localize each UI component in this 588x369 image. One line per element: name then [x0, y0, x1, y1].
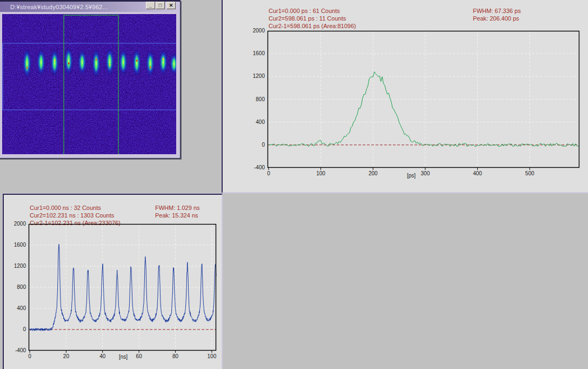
streak-hot-spot [54, 60, 55, 61]
ps-peak-text: Peak: 206.400 ps [473, 15, 521, 22]
ns-profile-plot[interactable] [29, 224, 216, 351]
x-tick-label: 500 [518, 170, 542, 176]
ps-profile-plot[interactable] [268, 31, 579, 168]
streak-hot-spot [109, 64, 110, 66]
x-tick-label: 0 [257, 170, 280, 176]
y-tick-label: -400 [6, 347, 26, 353]
ns-fwhm-text: FWHM: 1.029 ns [155, 204, 200, 212]
ps-curdiff-text: Cur2-1=598.061 ps (Area:81096) [269, 22, 356, 30]
ns-stats-readout: FWHM: 1.029 ns Peak: 15.324 ns [155, 204, 200, 219]
x-tick-label: 80 [164, 353, 188, 359]
ns-cursor-readout: Cur1=0.000 ns : 32 Counts Cur2=102.231 n… [30, 204, 121, 227]
x-tick-label: 100 [309, 170, 333, 176]
streak-image[interactable] [2, 14, 176, 154]
image-window-title: D:¥streak¥study030409¥2.5¥962... [10, 4, 108, 10]
x-tick-label: 300 [413, 170, 437, 176]
y-tick-label: 1600 [245, 50, 265, 56]
streak-hot-spot [163, 58, 164, 60]
ns-cur1-text: Cur1=0.000 ns : 32 Counts [30, 204, 121, 212]
ns-peak-text: Peak: 15.324 ns [155, 212, 200, 219]
streak-pulse-core [149, 55, 152, 71]
streak-pulse-core [81, 55, 84, 70]
minimize-button[interactable]: _ [146, 2, 155, 9]
gridlines [29, 224, 216, 351]
streak-pulse-core [172, 57, 176, 71]
y-tick-label: 1200 [6, 263, 26, 269]
streak-pulse-core [67, 52, 71, 70]
ps-cur2-text: Cur2=598.061 ps : 11 Counts [269, 15, 356, 22]
x-tick-label: 0 [18, 353, 42, 359]
x-tick-label: 20 [54, 353, 78, 359]
ns-profile-window: Cur1=0.000 ns : 32 Counts Cur2=102.231 n… [3, 194, 223, 369]
streak-hot-spot [150, 67, 151, 68]
streak-pulse-core [95, 55, 98, 72]
streak-hot-spot [26, 67, 28, 69]
y-tick-label: 2000 [6, 221, 26, 227]
gridlines [268, 31, 579, 168]
streak-pulse-core [39, 54, 43, 70]
x-tick-label: 60 [127, 353, 151, 359]
streak-pulse-core [122, 54, 125, 70]
y-tick-label: 400 [6, 305, 26, 311]
streak-pulse-core [108, 54, 112, 70]
streak-pulse-core [25, 54, 29, 72]
y-tick-label: 400 [245, 119, 265, 125]
streak-image-window: D:¥streak¥study030409¥2.5¥962... _ □ ✕ [0, 0, 181, 159]
x-tick-label: 400 [466, 170, 490, 176]
streak-hot-spot [136, 60, 137, 62]
ns-cur2-text: Cur2=102.231 ns : 1303 Counts [30, 212, 121, 219]
y-tick-label: 1200 [245, 73, 265, 79]
window-controls: _ □ ✕ [145, 2, 176, 9]
y-tick-label: 0 [6, 326, 26, 332]
streak-hot-spot [68, 63, 69, 64]
streak-pulse-core [135, 55, 139, 71]
y-tick-label: 800 [245, 96, 265, 102]
ps-cursor-readout: Cur1=0.000 ps : 61 Counts Cur2=598.061 p… [269, 7, 356, 30]
streak-pulse-core [53, 55, 57, 71]
close-button[interactable]: ✕ [166, 2, 176, 9]
streak-pulse-core [162, 55, 165, 70]
y-tick-label: 0 [245, 142, 265, 148]
ps-fwhm-text: FWHM: 67.336 ps [473, 7, 521, 15]
ns-axis-unit-label: [ns] [119, 354, 128, 360]
y-tick-label: -400 [245, 164, 265, 170]
x-tick-label: 100 [200, 353, 224, 359]
y-tick-label: 1600 [6, 242, 26, 248]
y-tick-label: 800 [6, 284, 26, 290]
y-tick-label: 2000 [245, 28, 265, 34]
ps-stats-readout: FWHM: 67.336 ps Peak: 206.400 ps [473, 7, 521, 22]
streak-hot-spot [96, 59, 97, 61]
profile-trace [30, 244, 216, 331]
x-tick-label: 40 [91, 353, 115, 359]
maximize-button[interactable]: □ [156, 2, 165, 9]
x-tick-label: 200 [361, 170, 385, 176]
ps-profile-window: Cur1=0.000 ps : 61 Counts Cur2=598.061 p… [222, 0, 588, 193]
ps-cur1-text: Cur1=0.000 ps : 61 Counts [269, 7, 356, 15]
profile-trace [269, 72, 579, 147]
